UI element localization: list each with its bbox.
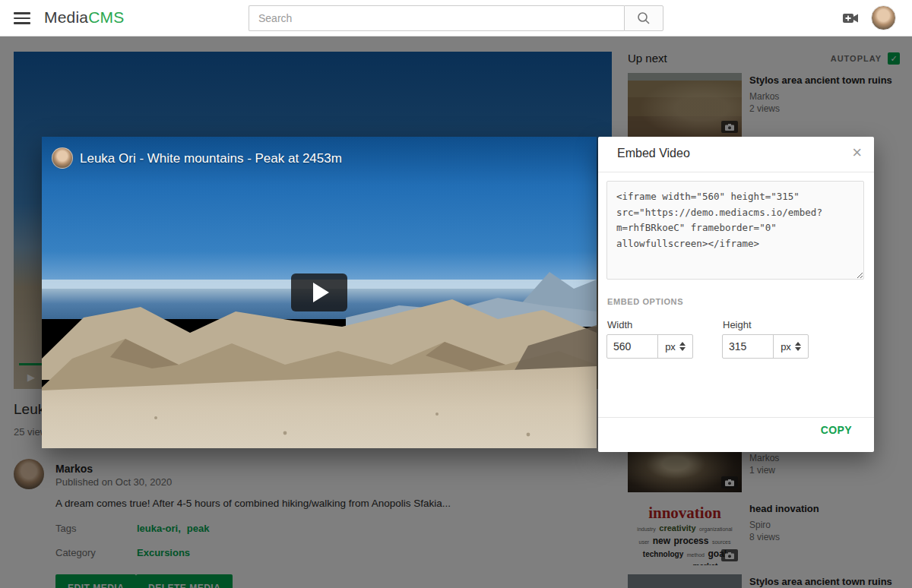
logo-cms: CMS (88, 8, 124, 26)
preview-video-title: Leuka Ori - White mountains - Peak at 24… (80, 151, 342, 166)
upload-media-button[interactable] (841, 10, 862, 27)
embed-code-textarea[interactable]: <iframe width="560" height="315" src="ht… (606, 181, 864, 280)
width-input[interactable] (607, 335, 657, 358)
embed-preview-player[interactable]: Leuka Ori - White mountains - Peak at 24… (42, 137, 597, 448)
video-camera-plus-icon (841, 10, 862, 27)
search-icon (637, 11, 651, 25)
height-input[interactable] (723, 335, 773, 358)
height-input-group: px (722, 334, 809, 359)
logo[interactable]: MediaCMS (44, 8, 124, 27)
top-navbar: MediaCMS (0, 0, 912, 36)
play-button[interactable] (291, 273, 347, 311)
preview-author-avatar[interactable] (52, 147, 73, 169)
menu-icon[interactable] (14, 12, 30, 24)
spinner-icon (795, 342, 801, 351)
width-unit-select[interactable]: px (657, 335, 692, 358)
user-avatar[interactable] (871, 5, 896, 30)
logo-media: Media (44, 8, 88, 26)
play-icon (313, 283, 329, 302)
search-input[interactable] (249, 5, 624, 31)
embed-video-modal: Embed Video × <iframe width="560" height… (598, 137, 874, 452)
search-form (249, 5, 663, 31)
search-button[interactable] (624, 5, 663, 31)
modal-title: Embed Video (617, 147, 690, 160)
preview-title-bar: Leuka Ori - White mountains - Peak at 24… (42, 137, 597, 185)
height-label: Height (723, 319, 752, 330)
close-icon[interactable]: × (852, 144, 862, 161)
width-label: Width (607, 319, 632, 330)
height-unit-select[interactable]: px (773, 335, 808, 358)
width-input-group: px (606, 334, 693, 359)
embed-options-label: EMBED OPTIONS (607, 297, 683, 306)
copy-button[interactable]: COPY (821, 424, 852, 436)
spinner-icon (679, 342, 686, 351)
